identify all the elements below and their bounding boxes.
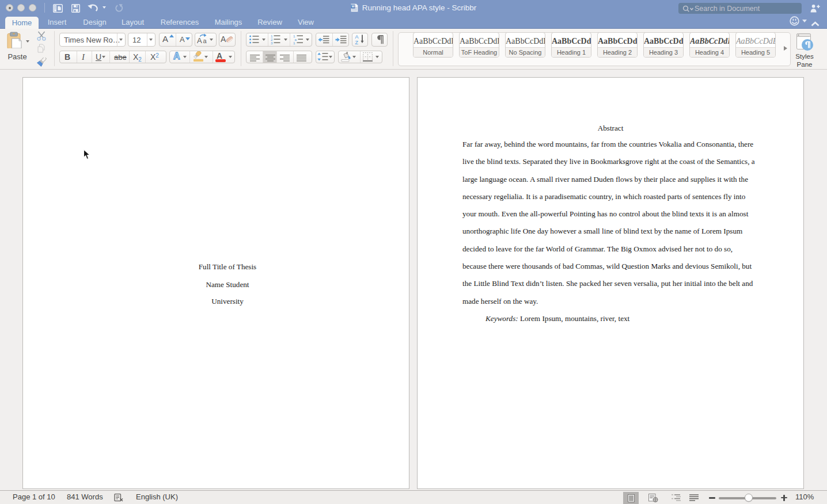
svg-text:1: 1 <box>293 41 295 44</box>
svg-text:A: A <box>221 35 226 44</box>
svg-text:A: A <box>355 34 359 40</box>
svg-text:W: W <box>351 5 355 8</box>
svg-text:A: A <box>197 36 202 45</box>
svg-text:3: 3 <box>271 41 273 44</box>
svg-text:Z: Z <box>355 40 359 45</box>
svg-text:a: a <box>203 37 207 44</box>
